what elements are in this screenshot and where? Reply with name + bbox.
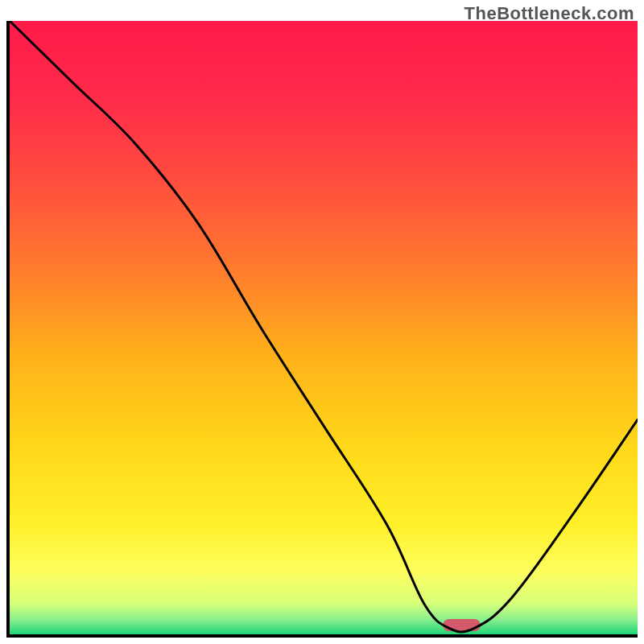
highlight-pill [443, 619, 481, 631]
plot-area [6, 21, 638, 638]
marker-layer [443, 619, 481, 631]
chart-svg [10, 21, 638, 634]
watermark: TheBottleneck.com [464, 3, 634, 24]
